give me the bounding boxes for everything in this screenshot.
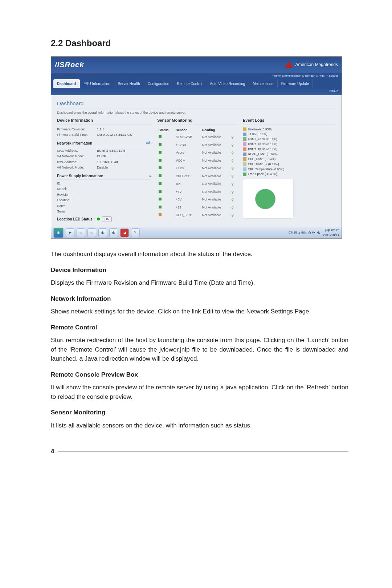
ami-triangle-icon xyxy=(285,61,293,68)
sensor-row[interactable]: CPU VTTNot Available⚲ xyxy=(157,173,237,181)
sensor-header: Status xyxy=(157,127,174,134)
dashboard-screenshot: /ISRock American Megatrends • admin (Adm… xyxy=(51,56,342,239)
section-heading: 2.2 Dashboard xyxy=(51,37,348,50)
firmware-rev-value: 1.1.1 xyxy=(97,127,104,132)
taskbar-button-media[interactable]: ▶ xyxy=(66,228,74,237)
brand-bar: /ISRock American Megatrends xyxy=(51,57,342,73)
sensor-row[interactable]: ATX+5VSBNot Available⚲ xyxy=(157,133,237,141)
taskbar-button-explorer[interactable]: ▭ xyxy=(77,228,85,237)
nav-tab-configuration[interactable]: Configuration xyxy=(144,79,173,88)
taskbar-button-paint[interactable]: ✎ xyxy=(131,228,140,237)
nav-tab-server-health[interactable]: Server Health xyxy=(114,79,144,88)
status-dot-icon xyxy=(159,206,162,208)
tray-icons[interactable]: CH 簡 ▴ ▦ ⌂ ◔ 🕪 🔌 xyxy=(289,230,320,235)
psu-heading: Power Supply Information: xyxy=(57,173,103,179)
sensor-monitoring-paragraph: It lists all available sensors on the de… xyxy=(51,421,348,430)
network-row: IPv4 Address:192.168.30.48 xyxy=(57,160,151,165)
firmware-build-label: Firmware Build Time: xyxy=(57,133,97,138)
windows-taskbar: ◉ ▶ ▭ ▭ ◐ ◐ ◢ ✎ CH 簡 ▴ ▦ ⌂ ◔ 🕪 🔌 下午 02:2… xyxy=(51,227,342,238)
nav-tab-maintenance[interactable]: Maintenance xyxy=(249,79,277,88)
psu-row: Serial: xyxy=(57,209,151,214)
status-dot-icon xyxy=(159,143,162,146)
zoom-icon[interactable]: ⚲ xyxy=(231,166,234,170)
user-row: • admin (Administrator) C Refresh ⌂ Prin… xyxy=(51,73,342,79)
zoom-icon[interactable]: ⚲ xyxy=(231,151,234,155)
zoom-icon[interactable]: ⚲ xyxy=(231,213,234,217)
event-logs-heading: Event Logs xyxy=(243,117,336,125)
event-logs-pie-chart xyxy=(243,179,294,219)
device-information-heading: Device Information xyxy=(51,265,348,275)
psu-row: Revision: xyxy=(57,192,151,198)
sensor-row[interactable]: +12Not Available⚲ xyxy=(157,204,237,212)
status-dot-icon xyxy=(159,174,162,177)
status-dot-icon xyxy=(159,198,162,200)
legend-item: FRNT_FAN2 (0.14%) xyxy=(243,137,336,142)
sensor-monitoring-heading: Sensor Monitoring xyxy=(51,408,348,417)
network-row: MAC Address:BC:5F:F4:5B:01:A6 xyxy=(57,149,151,154)
brand-logo-text: /ISRock xyxy=(55,59,84,70)
nav-tab-auto-video-recording[interactable]: Auto Video Recording xyxy=(206,79,249,88)
sensor-header: Reading xyxy=(201,127,230,134)
nav-tab-firmware-update[interactable]: Firmware Update xyxy=(278,79,313,88)
legend-item: REAR_FAN1 (0.14%) xyxy=(243,152,336,157)
zoom-icon[interactable]: ⚲ xyxy=(231,198,234,202)
help-link[interactable]: HELP xyxy=(329,89,338,93)
taskbar-button-explorer-2[interactable]: ▭ xyxy=(87,228,96,237)
top-rule xyxy=(51,22,348,22)
zoom-icon[interactable]: ⚲ xyxy=(231,182,234,186)
status-dot-icon xyxy=(159,159,162,162)
legend-item: FRNT_FAN3 (0.14%) xyxy=(243,142,336,147)
zoom-icon[interactable]: ⚲ xyxy=(231,174,234,178)
remote-console-paragraph: It will show the console preview of the … xyxy=(51,383,348,401)
sensor-row[interactable]: +3VNot Available⚲ xyxy=(157,188,237,196)
firmware-rev-label: Firmware Revision: xyxy=(57,127,97,132)
legend-item: CPU_FAN1_2 (0.11%) xyxy=(243,162,336,167)
nav-tab-remote-control[interactable]: Remote Control xyxy=(173,79,206,88)
status-dot-icon xyxy=(159,166,162,169)
network-edit-link[interactable]: Edit xyxy=(146,141,151,146)
page-footer: 4 xyxy=(51,445,348,456)
system-tray: CH 簡 ▴ ▦ ⌂ ◔ 🕪 🔌 下午 02:25 2012/10/11 xyxy=(289,228,339,238)
start-button[interactable]: ◉ xyxy=(53,228,64,238)
sensor-header xyxy=(230,127,237,134)
sensor-row[interactable]: VcoreNot Available⚲ xyxy=(157,149,237,157)
taskbar-button-browser-2[interactable]: ◐ xyxy=(109,228,118,237)
tray-clock: 下午 02:25 xyxy=(323,228,339,233)
legend-item: Free Space (98.45%) xyxy=(243,172,336,177)
intro-paragraph: The dashboard displays overall informati… xyxy=(51,250,348,259)
page-number: 4 xyxy=(51,447,54,456)
event-logs-panel: Event Logs Unknown (0.93%)+1.05 (0.11%)F… xyxy=(243,117,336,222)
sensor-row[interactable]: CPU_FAN1Not Available⚲ xyxy=(157,211,237,219)
sensor-row[interactable]: BATNot Available⚲ xyxy=(157,180,237,188)
led-indicator-icon xyxy=(97,218,100,220)
sensor-heading: Sensor Monitoring xyxy=(157,117,237,125)
zoom-icon[interactable]: ⚲ xyxy=(231,143,234,147)
legend-item: Unknown (0.93%) xyxy=(243,127,336,132)
nav-tab-fru-information[interactable]: FRU Information xyxy=(80,79,114,88)
psu-row: Date: xyxy=(57,204,151,209)
sensor-row[interactable]: +1.05Not Available⚲ xyxy=(157,165,237,173)
zoom-icon[interactable]: ⚲ xyxy=(231,206,234,210)
psu-row: ID: xyxy=(57,181,151,186)
zoom-icon[interactable]: ⚲ xyxy=(231,190,234,194)
sensor-header: Sensor xyxy=(174,127,201,134)
page-subtitle: Dashboard gives the overall information … xyxy=(57,109,336,115)
status-dot-icon xyxy=(159,182,162,185)
remote-control-heading: Remote Control xyxy=(51,323,348,332)
legend-item: CPU_FAN1 (0.14%) xyxy=(243,157,336,162)
zoom-icon[interactable]: ⚲ xyxy=(231,135,234,139)
sensor-row[interactable]: +3VSBNot Available⚲ xyxy=(157,141,237,149)
taskbar-button-flag[interactable]: ◢ xyxy=(120,228,129,237)
nav-tab-dashboard[interactable]: Dashboard xyxy=(53,79,80,88)
brand-right: American Megatrends xyxy=(285,61,338,68)
zoom-icon[interactable]: ⚲ xyxy=(231,159,234,163)
led-on-button[interactable]: ON xyxy=(102,216,112,222)
sensor-panel: Sensor Monitoring StatusSensorReading AT… xyxy=(157,117,237,222)
network-row: V4 Network Mode:DHCP xyxy=(57,154,151,159)
remote-control-paragraph: Start remote redirection of the host by … xyxy=(51,336,348,364)
network-row: V6 Network Mode:Disable xyxy=(57,165,151,170)
sensor-row[interactable]: +5VNot Available⚲ xyxy=(157,196,237,204)
taskbar-button-browser[interactable]: ◐ xyxy=(98,228,107,237)
page-title: Dashboard xyxy=(57,100,336,108)
sensor-row[interactable]: VCCMNot Available⚲ xyxy=(157,157,237,165)
